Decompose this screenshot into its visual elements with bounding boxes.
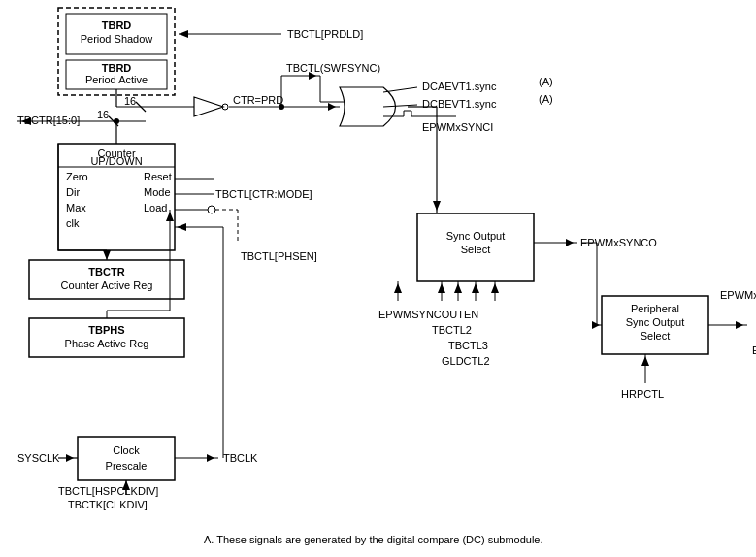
tbrd-active-label2: Period Active — [85, 74, 148, 85]
hrpctl-arrow — [641, 356, 649, 366]
junction-dot1 — [114, 118, 119, 124]
dcbevt1-label: DCBEVT1.sync — [422, 98, 497, 110]
tbphs-label2: Phase Active Reg — [65, 338, 149, 349]
input-arrow3 — [472, 283, 479, 293]
counter-label2: UP/DOWN — [90, 155, 142, 167]
input-arrow4 — [491, 283, 499, 293]
tbctr-reg-label2: Counter Active Reg — [61, 279, 153, 291]
clock-prescale-box — [78, 437, 175, 480]
diagram-svg: TBRD Period Shadow TBRD Period Active TB… — [0, 0, 756, 557]
zero-label: Zero — [66, 171, 88, 182]
ctr-prd-label: CTR=PRD — [233, 94, 283, 106]
tbrd-shadow-label2: Period Shadow — [81, 33, 153, 45]
sync-output-label1: Sync Output — [446, 230, 506, 242]
swfsync-label: TBCTL(SWFSYNC) — [286, 62, 380, 74]
ctr-prd-arrow — [328, 103, 336, 111]
clk-arrow — [177, 223, 186, 231]
dir-label: Dir — [66, 186, 80, 198]
max-label: Max — [66, 202, 86, 213]
clk-label: clk — [66, 217, 80, 229]
dcaevt1-label: DCAEVT1.sync — [422, 81, 497, 92]
tbrd-active-label1: TBRD — [102, 62, 132, 74]
peripheral-sync-label1: Peripheral — [631, 303, 679, 314]
load-label: Load — [144, 202, 167, 213]
dcaevt1-superscript: (A) — [539, 76, 553, 87]
hspclkdiv-label: TBCTL[HSPCLKDIV] — [58, 485, 158, 497]
load-open-circle — [208, 206, 215, 213]
tbctl-phsen-label: TBCTL[PHSEN] — [241, 250, 317, 262]
clock-label2: Prescale — [106, 460, 148, 472]
tbctr-reg-arrow — [103, 250, 111, 260]
footnote-text: A. These signals are generated by the di… — [204, 534, 543, 545]
sysclk-arrow — [66, 454, 74, 462]
input-arrow2 — [454, 283, 462, 293]
tbctr-reg-label1: TBCTR — [88, 266, 124, 278]
clkdiv-label: TBCTK[CLKDIV] — [68, 499, 148, 510]
gldctl2-label: GLDCTL2 — [442, 355, 490, 367]
prdld-arrow — [179, 30, 188, 38]
synco-to-peripheral-arrow — [592, 321, 600, 329]
tbctl-prdld-label: TBCTL[PRDLD] — [287, 28, 363, 40]
sync-clk-symbol — [404, 111, 419, 116]
epwmsyncouten-arrow — [394, 283, 402, 293]
sysclk-label: SYSCLK — [17, 452, 60, 464]
clock-label1: Clock — [113, 444, 140, 456]
epwmxsyncper-arrow — [736, 321, 743, 329]
sixteen-label2: 16 — [97, 109, 109, 120]
peripheral-sync-label2: Sync Output — [626, 316, 685, 328]
epwmxsynco-arrow — [566, 239, 574, 246]
epwmxsyncper-label-div: EPWMxSYNCPER — [720, 289, 756, 301]
or-to-box-arrow — [433, 201, 441, 211]
reset-label: Reset — [144, 171, 172, 182]
hrpctl-label: HRPCTL — [621, 388, 664, 400]
tbclk-label: TBCLK — [223, 452, 258, 464]
tbctl2-label: TBCTL2 — [432, 324, 472, 336]
tbrd-shadow-label1: TBRD — [102, 19, 132, 31]
sync-output-label2: Select — [461, 244, 491, 255]
dcbevt1-superscript: (A) — [539, 93, 553, 105]
epwmxsyncper-label: EPWMxSYNCPER — [752, 344, 756, 356]
epwmxsynci-label: EPWMxSYNCI — [422, 121, 493, 133]
tbctl3-label: TBCTL3 — [448, 340, 488, 351]
input-arrow1 — [438, 283, 445, 293]
tbclk-arrow — [207, 454, 214, 462]
mode-label: Mode — [144, 186, 171, 198]
tbphs-label1: TBPHS — [88, 324, 124, 336]
buffer-triangle — [194, 97, 223, 116]
tbctl-ctr-mode-label: TBCTL[CTR:MODE] — [215, 188, 312, 200]
peripheral-sync-label3: Select — [641, 330, 671, 342]
sixteen-label1: 16 — [124, 95, 136, 107]
epwmsyncouten-label: EPWMSYNCOUTEN — [378, 309, 478, 320]
dcaevt1-line — [383, 87, 417, 92]
